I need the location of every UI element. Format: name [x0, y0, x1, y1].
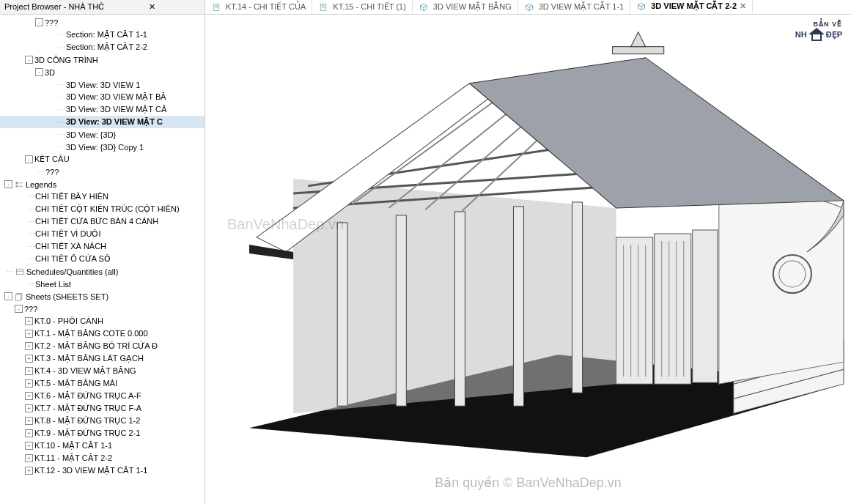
- view-tab[interactable]: 3D VIEW MẶT BẰNG: [413, 0, 518, 14]
- tree-leaf-icon: ⋯: [56, 105, 66, 114]
- svg-rect-46: [396, 215, 406, 406]
- view-tab[interactable]: 3D VIEW MẶT CẮT 2-2✕: [630, 0, 753, 14]
- tree-item-label: CHI TIẾT XÀ NÁCH: [35, 242, 106, 251]
- tree-item-label: KT.11 - MẶT CẮT 2-2: [34, 453, 112, 463]
- tree-item[interactable]: +KT.8 - MẶT ĐỨNG TRỤC 1-2: [0, 415, 205, 427]
- tree-leaf-icon: ⋯: [4, 267, 15, 275]
- collapse-icon[interactable]: -: [4, 292, 12, 300]
- tree-item[interactable]: ⋯3D View: {3D}: [0, 128, 205, 141]
- tree-leaf-icon: ⋯: [25, 230, 35, 238]
- tree-item[interactable]: +KT.1 - MẶT BẰNG COTE 0.000: [0, 327, 205, 340]
- tree-item[interactable]: +KT.10 - MẶT CẮT 1-1: [0, 440, 205, 452]
- view-tab[interactable]: KT.15 - CHI TIẾT (1): [312, 0, 413, 14]
- tree-item[interactable]: +KT.6 - MẶT ĐỨNG TRỤC A-F: [0, 390, 205, 402]
- expand-icon[interactable]: +: [25, 355, 33, 363]
- sheets-icon: [14, 292, 24, 301]
- collapse-icon[interactable]: -: [15, 305, 23, 313]
- svg-line-15: [638, 4, 642, 6]
- tree-item[interactable]: +KT.7 - MẶT ĐỨNG TRỤC F-A: [0, 402, 205, 415]
- tab-label: 3D VIEW MẶT CẮT 1-1: [539, 2, 624, 12]
- tree-item[interactable]: ⋯Section: MẶT CẮT 2-2: [0, 41, 205, 53]
- tree-item-label: KT.0 - PHỐI CẢNH: [34, 316, 103, 326]
- tree-item[interactable]: +KT.11 - MẶT CẮT 2-2: [0, 452, 205, 464]
- svg-line-8: [424, 5, 427, 7]
- tree-item[interactable]: -3D CÔNG TRÌNH: [0, 53, 205, 66]
- panel-close-icon[interactable]: ✕: [103, 2, 202, 12]
- expand-icon[interactable]: +: [25, 417, 33, 425]
- expand-icon[interactable]: +: [25, 467, 33, 475]
- tree-item[interactable]: ⋯CHI TIẾT CỬA BỨC BÀN 4 CÁNH: [0, 215, 205, 228]
- expand-icon[interactable]: +: [25, 429, 33, 437]
- tree-item[interactable]: -???: [0, 303, 205, 315]
- project-browser-tree[interactable]: -???⋯Section: MẶT CẮT 1-1⋯Section: MẶT C…: [0, 15, 205, 504]
- tree-item[interactable]: +KT.5 - MẶT BẰNG MÁI: [0, 377, 205, 390]
- tree-item[interactable]: ⋯???: [0, 166, 205, 178]
- expand-icon[interactable]: +: [25, 404, 33, 412]
- tree-leaf-icon: ⋯: [35, 168, 45, 176]
- collapse-icon[interactable]: -: [25, 155, 33, 163]
- close-icon[interactable]: ✕: [740, 1, 746, 11]
- tree-item[interactable]: +KT.3 - MẶT BẰNG LÁT GẠCH: [0, 352, 205, 365]
- tree-item[interactable]: ⋯CHI TIẾT Ô CỬA SỔ: [0, 253, 205, 265]
- tree-item[interactable]: +KT.9 - MẶT ĐỨNG TRỤC 2-1: [0, 427, 205, 440]
- tree-item[interactable]: ⋯CHI TIẾT VỈ DUỖI: [0, 228, 205, 240]
- tree-item[interactable]: +KT.2 - MẶT BẰNG BỐ TRÍ CỬA Đ: [0, 340, 205, 352]
- expand-icon[interactable]: +: [25, 367, 33, 375]
- tree-item[interactable]: ⋯Section: MẶT CẮT 1-1: [0, 29, 205, 41]
- expand-icon[interactable]: +: [25, 454, 33, 462]
- tree-item[interactable]: -KẾT CẤU: [0, 153, 205, 166]
- svg-rect-25: [16, 294, 21, 300]
- tree-item-label: CHI TIẾT CỬA BỨC BÀN 4 CÁNH: [35, 217, 158, 226]
- sheet-icon: [318, 3, 328, 12]
- tree-item-label: CHI TIẾT VỈ DUỖI: [35, 229, 101, 239]
- tree-item-label: Sheet List: [35, 280, 71, 289]
- tree-item[interactable]: ⋯3D View: 3D VIEW MẶT CẮ: [0, 103, 205, 116]
- tree-item[interactable]: -Legends: [0, 178, 205, 190]
- tree-item[interactable]: -3D: [0, 66, 205, 78]
- expand-icon[interactable]: +: [25, 442, 33, 450]
- tree-item[interactable]: ⋯3D View: 3D VIEW MẶT BẰ: [0, 91, 205, 103]
- tree-leaf-icon: ⋯: [25, 218, 35, 226]
- tree-leaf-icon: ⋯: [56, 31, 66, 39]
- tree-item[interactable]: ⋯CHI TIẾT BẨY HIÊN: [0, 190, 205, 203]
- tree-item-label: ???: [45, 18, 58, 27]
- tree-leaf-icon: ⋯: [25, 205, 35, 213]
- tree-item-label: 3D View: 3D VIEW MẶT BẰ: [66, 92, 166, 102]
- view-tab[interactable]: KT.14 - CHI TIẾT CỦA: [205, 0, 312, 14]
- collapse-icon[interactable]: -: [25, 56, 33, 64]
- tree-item-label: KT.7 - MẶT ĐỨNG TRỤC F-A: [34, 404, 141, 413]
- collapse-icon[interactable]: -: [35, 18, 43, 26]
- tree-item[interactable]: +KT.4 - 3D VIEW MẶT BẰNG: [0, 365, 205, 377]
- expand-icon[interactable]: +: [25, 317, 33, 325]
- tree-leaf-icon: ⋯: [56, 43, 66, 51]
- tree-item-label: Sheets (SHEETS SET): [26, 292, 108, 301]
- tree-item[interactable]: ⋯3D View: 3D VIEW 1: [0, 78, 205, 91]
- logo-dep: ĐẸP: [826, 30, 842, 40]
- expand-icon[interactable]: +: [25, 379, 33, 388]
- tree-item[interactable]: +KT.0 - PHỐI CẢNH: [0, 315, 205, 327]
- 3d-viewport[interactable]: BẢN VẼ NH ĐẸP BanVeNhaDep.vn Bản quyền ©…: [205, 15, 851, 504]
- view-tab[interactable]: 3D VIEW MẶT CẮT 1-1: [518, 0, 630, 14]
- tree-item[interactable]: -Sheets (SHEETS SET): [0, 290, 205, 303]
- tree-item[interactable]: +KT.12 - 3D VIEW MẶT CẮT 1-1: [0, 464, 205, 477]
- expand-icon[interactable]: +: [25, 330, 33, 338]
- expand-icon[interactable]: +: [25, 392, 33, 400]
- expand-icon[interactable]: +: [25, 342, 33, 350]
- collapse-icon[interactable]: -: [4, 180, 12, 188]
- collapse-icon[interactable]: -: [35, 68, 43, 76]
- tree-item[interactable]: -???: [0, 16, 205, 29]
- svg-rect-35: [693, 230, 718, 382]
- tree-leaf-icon: ⋯: [56, 130, 66, 138]
- tree-item[interactable]: ⋯3D View: 3D VIEW MẶT C: [0, 116, 205, 128]
- tree-item-label: 3D View: 3D VIEW 1: [66, 81, 140, 89]
- svg-rect-33: [616, 237, 653, 384]
- house-icon: [808, 28, 825, 41]
- tree-item[interactable]: ⋯CHI TIẾT CỘT KIẾN TRÚC (CỘT HIÊN): [0, 203, 205, 215]
- 3d-icon: [419, 3, 429, 12]
- tree-item[interactable]: ⋯CHI TIẾT XÀ NÁCH: [0, 240, 205, 253]
- tree-item[interactable]: ⋯3D View: {3D} Copy 1: [0, 141, 205, 153]
- project-browser-title: Project Browser - NHÀ THỜ HỌ ✕: [0, 0, 205, 14]
- tree-item[interactable]: ⋯Schedules/Quantities (all): [0, 265, 205, 278]
- tree-item[interactable]: ⋯Sheet List: [0, 278, 205, 290]
- tree-item-label: KT.4 - 3D VIEW MẶT BẰNG: [34, 366, 136, 376]
